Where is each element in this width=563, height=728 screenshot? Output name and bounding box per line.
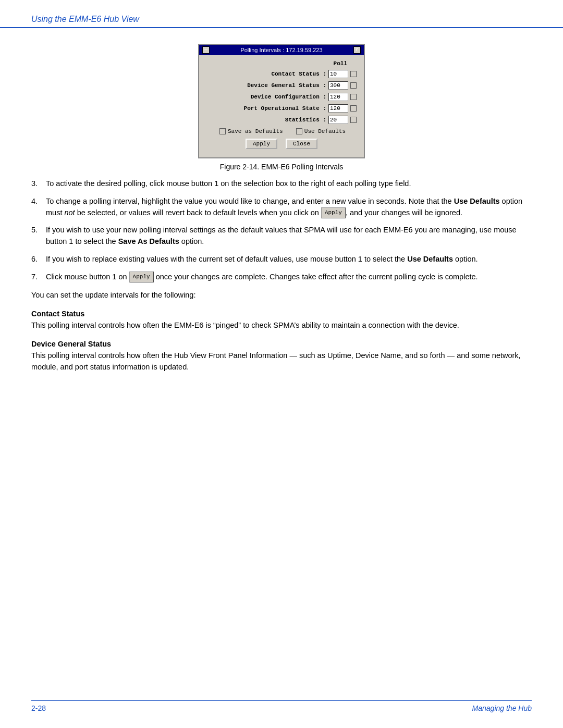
item-3-content: To activate the desired polling, click m… xyxy=(46,178,532,190)
use-defaults-bold-2: Use Defaults xyxy=(407,255,453,263)
device-configuration-label: Device Configuration : xyxy=(251,94,326,100)
item-7-content: Click mouse button 1 on Apply once your … xyxy=(46,272,532,283)
contact-status-checkbox[interactable] xyxy=(350,71,357,77)
item-6-content: If you wish to replace existing values w… xyxy=(46,254,532,265)
item-7-num: 7. xyxy=(31,272,46,283)
numbered-list: 3. To activate the desired polling, clic… xyxy=(31,178,532,282)
port-operational-state-input[interactable] xyxy=(328,104,348,113)
port-operational-state-label: Port Operational State : xyxy=(244,105,326,112)
save-defaults-label: Save as Defaults xyxy=(228,128,283,134)
main-content: ─ Polling Intervals : 172.19.59.223 r Po… xyxy=(0,28,563,373)
device-configuration-row: Device Configuration : xyxy=(206,93,357,101)
device-configuration-checkbox[interactable] xyxy=(350,94,357,100)
list-item-6: 6. If you wish to replace existing value… xyxy=(31,254,532,265)
device-general-status-checkbox[interactable] xyxy=(350,82,357,89)
device-general-status-body: This polling interval controls how often… xyxy=(31,350,532,373)
inline-apply-2: Apply xyxy=(129,272,154,282)
defaults-row: Save as Defaults Use Defaults xyxy=(206,128,357,134)
use-defaults-label: Use Defaults xyxy=(304,128,346,134)
device-general-status-heading: Device General Status xyxy=(31,340,532,348)
statistics-input[interactable] xyxy=(328,116,348,124)
list-item-7: 7. Click mouse button 1 on Apply once yo… xyxy=(31,272,532,283)
dialog-box: ─ Polling Intervals : 172.19.59.223 r Po… xyxy=(198,44,365,158)
header-title: Using the EMM-E6 Hub View xyxy=(31,15,139,23)
footer-left: 2-28 xyxy=(31,704,46,712)
dialog-titlebar: ─ Polling Intervals : 172.19.59.223 r xyxy=(199,45,364,55)
item-3-num: 3. xyxy=(31,178,46,190)
item-6-num: 6. xyxy=(31,254,46,265)
contact-status-input[interactable] xyxy=(328,70,348,78)
device-general-status-row: Device General Status : xyxy=(206,81,357,90)
contact-status-body: This polling interval controls how often… xyxy=(31,320,532,331)
dialog-resize-btn[interactable]: r xyxy=(353,46,361,54)
page-footer: 2-28 Managing the Hub xyxy=(31,700,532,712)
item-4-content: To change a polling interval, highlight … xyxy=(46,196,532,219)
device-general-status-input[interactable] xyxy=(328,81,348,90)
statistics-row: Statistics : xyxy=(206,116,357,124)
contact-status-heading: Contact Status xyxy=(31,310,532,318)
page-header: Using the EMM-E6 Hub View xyxy=(0,0,563,28)
contact-status-label: Contact Status : xyxy=(271,71,326,77)
dialog-minimize-btn[interactable]: ─ xyxy=(202,46,210,54)
dialog-btn-row: Apply Close xyxy=(206,139,357,149)
close-button[interactable]: Close xyxy=(286,139,317,149)
apply-button[interactable]: Apply xyxy=(246,139,277,149)
save-as-defaults-bold: Save As Defaults xyxy=(118,237,179,245)
use-defaults-bold: Use Defaults xyxy=(454,197,500,205)
device-configuration-input[interactable] xyxy=(328,93,348,101)
port-operational-state-checkbox[interactable] xyxy=(350,105,357,112)
not-italic: not xyxy=(64,208,75,217)
standalone-text: You can set the update intervals for the… xyxy=(31,290,532,301)
dialog-caption: Figure 2-14. EMM-E6 Polling Intervals xyxy=(220,163,344,171)
dialog-body: Poll Contact Status : Device General Sta… xyxy=(199,55,364,157)
poll-header: Poll xyxy=(206,60,357,67)
statistics-label: Statistics : xyxy=(285,117,326,123)
item-4-num: 4. xyxy=(31,196,46,219)
dialog-container: ─ Polling Intervals : 172.19.59.223 r Po… xyxy=(31,44,532,171)
item-5-content: If you wish to use your new polling inte… xyxy=(46,225,532,248)
footer-right: Managing the Hub xyxy=(472,704,532,712)
list-item-5: 5. If you wish to use your new polling i… xyxy=(31,225,532,248)
list-item-4: 4. To change a polling interval, highlig… xyxy=(31,196,532,219)
device-general-status-label: Device General Status : xyxy=(247,82,326,89)
dialog-title: Polling Intervals : 172.19.59.223 xyxy=(240,47,322,53)
list-item-3: 3. To activate the desired polling, clic… xyxy=(31,178,532,190)
contact-status-row: Contact Status : xyxy=(206,70,357,78)
use-defaults-checkbox[interactable] xyxy=(296,128,302,134)
save-defaults-checkbox[interactable] xyxy=(219,128,226,134)
item-5-num: 5. xyxy=(31,225,46,248)
inline-apply-1: Apply xyxy=(321,207,346,218)
statistics-checkbox[interactable] xyxy=(350,117,357,123)
port-operational-state-row: Port Operational State : xyxy=(206,104,357,113)
